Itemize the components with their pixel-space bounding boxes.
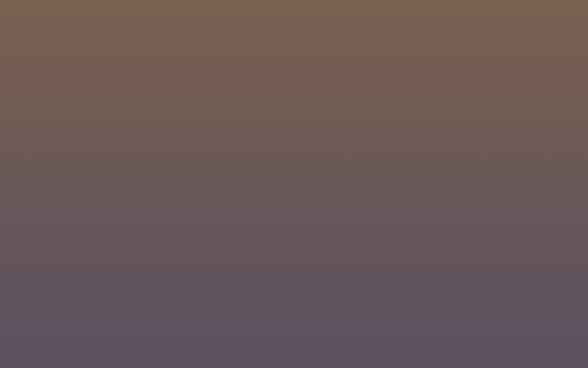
office-photo [34,320,353,368]
main-layout: Guidelines: Office, WFH & Remote Created… [0,44,588,368]
content-area: Guidelines: Office, WFH & Remote Created… [0,44,378,368]
photo-right [247,320,353,368]
